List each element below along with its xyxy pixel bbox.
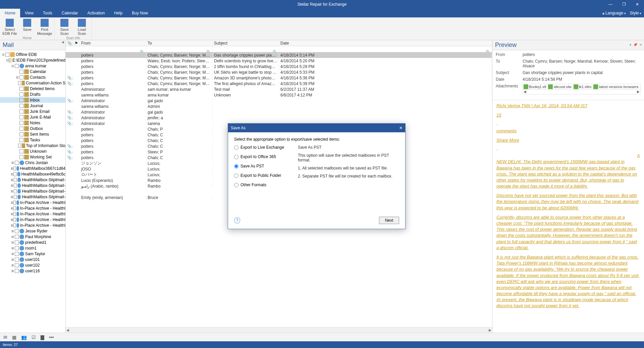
export-radio[interactable] <box>234 155 238 159</box>
tree-item[interactable]: Inbox <box>0 97 65 103</box>
attachment-item[interactable]: tk1.xltm <box>574 84 592 89</box>
tab-view[interactable]: View <box>20 9 38 17</box>
save-button[interactable]: Save <box>19 18 36 36</box>
grid-hscroll[interactable]: ◀▶ <box>66 327 492 333</box>
tree-item[interactable]: ⊞HealthMailbox-SitplmaiI- <box>0 183 65 188</box>
preview-pin-icon[interactable]: 📌 <box>633 43 637 47</box>
tree-item[interactable]: Junk Email <box>0 109 65 114</box>
tree-collapse-button[interactable]: ◀ <box>61 40 64 44</box>
tree-item[interactable]: ⊟anna kumar <box>0 63 65 69</box>
tree-item[interactable]: Tasks <box>0 137 65 143</box>
tab-help[interactable]: Help <box>110 9 127 17</box>
tree-item[interactable]: Top of Information Sto <box>0 143 65 148</box>
attachments-scrollbar[interactable]: ◀▶ <box>523 90 641 94</box>
tree-item[interactable]: ⊞room1 <box>0 245 65 251</box>
message-row[interactable]: Administratorsam kumar; anna kumarTest m… <box>66 86 492 92</box>
close-button[interactable]: ✕ <box>631 0 644 9</box>
filter-from-input[interactable] <box>81 45 145 49</box>
tree-item[interactable]: Working Set <box>0 154 65 160</box>
dialog-close-button[interactable]: ✕ <box>399 126 402 130</box>
message-row[interactable]: 📎Administratorjenifer; a <box>66 115 492 121</box>
tree-item[interactable]: Sent Items <box>0 131 65 137</box>
tree-item[interactable]: ⊞Chris Jordan <box>0 160 65 165</box>
tree-item[interactable]: Calendar <box>0 69 65 74</box>
preview-close-icon[interactable]: ✕ <box>639 43 642 47</box>
calendar-icon[interactable]: ▦ <box>12 335 16 340</box>
attachment-item[interactable]: latest versions browsers <box>593 84 638 89</box>
mailbox-tree[interactable]: ⊟Offline EDB⊟E:\EDB Files\2013\predefine… <box>0 50 65 333</box>
tree-item[interactable]: Notes <box>0 120 65 126</box>
next-button[interactable]: Next <box>379 217 399 224</box>
export-option-4[interactable]: Other Formats <box>234 183 288 187</box>
export-option-0[interactable]: Export to Live Exchange <box>234 145 288 150</box>
attachment-item[interactable]: Bookq1.xlt <box>524 84 546 89</box>
export-option-3[interactable]: Export to Public Folder <box>234 173 288 178</box>
tree-item[interactable]: ⊞In-Place Archive - HealthI <box>0 200 65 205</box>
tree-item[interactable]: ⊞HealthMailbox-SitplmaiI- <box>0 188 65 194</box>
tree-item[interactable]: ⊞HealthMailbox3667c1d64 <box>0 165 65 171</box>
message-row[interactable]: pottersChals; Cymru; Barsen; Norge; Mars… <box>66 52 492 58</box>
tree-item[interactable]: Drafts <box>0 91 65 97</box>
tab-home[interactable]: Home <box>0 9 20 17</box>
dialog-titlebar[interactable]: Save As ✕ <box>228 124 405 132</box>
message-row[interactable]: 📎Administratorgal gado <box>66 98 492 103</box>
export-option-1[interactable]: Export to Office 365 <box>234 154 288 159</box>
tree-item[interactable]: Outbox <box>0 126 65 131</box>
tree-item[interactable]: ⊞user102 <box>0 262 65 268</box>
notes-icon[interactable]: ▇ <box>41 335 44 340</box>
language-dropdown[interactable]: ▴ Language <box>602 11 626 15</box>
tasks-icon[interactable]: ☑ <box>32 335 36 340</box>
minimize-button[interactable]: — <box>604 0 617 9</box>
message-row[interactable]: pottersChals; Cymru; Barsen; Norge; Mars… <box>66 69 492 75</box>
tree-item[interactable]: ⊞In-Place Archive - HealthI <box>0 222 65 228</box>
tree-item[interactable]: ⊞In-Place Archive - HealthI <box>0 205 65 211</box>
preview-body[interactable]: Richi Verma,TNN | Apr 16, 2014, 03.54 AM… <box>492 100 644 333</box>
export-radio[interactable] <box>234 173 238 178</box>
tab-tools[interactable]: Tools <box>38 9 57 17</box>
tree-item[interactable]: ⊞Jesse Ryder <box>0 228 65 234</box>
message-row[interactable]: pottersChals; Cymru; Barsen; Norge; Mars… <box>66 64 492 69</box>
tree-item[interactable]: ⊞user116 <box>0 268 65 274</box>
attachment-item[interactable]: stkcost.xlw <box>548 84 571 89</box>
export-option-2[interactable]: Save As PST <box>234 164 288 168</box>
load-scan-button[interactable]: LoadScan <box>73 18 90 36</box>
col-flag[interactable]: ⚑ <box>73 41 80 46</box>
message-row[interactable]: sarena williamsAdmini <box>66 103 492 109</box>
tree-item[interactable]: ⊞Paul Morphine <box>0 234 65 239</box>
export-radio[interactable] <box>234 145 238 150</box>
message-row[interactable]: sarena williamsanna kumarUnknown6/6/2017… <box>66 92 492 98</box>
message-row[interactable]: 📎pottersChals; Cymru; Barsen; Norge; Mar… <box>66 81 492 86</box>
tree-item[interactable]: ⊞predefined1 <box>0 239 65 245</box>
message-row[interactable]: pottersWales; Eesti; Ison; Potters; Stee… <box>66 58 492 64</box>
tree-item[interactable]: ⊞HealthMailboxe49efbc6c <box>0 171 65 177</box>
export-radio[interactable] <box>234 164 238 168</box>
help-button[interactable]: ? <box>234 217 240 223</box>
tree-item[interactable]: ⊞HealthMailbox-SitplmaiI- <box>0 194 65 200</box>
tree-item[interactable]: ⊟E:\EDB Files\2013\predefined <box>0 57 65 63</box>
tab-buy-now[interactable]: Buy Now <box>127 9 153 17</box>
tree-item[interactable]: Unknown <box>0 148 65 154</box>
filter-subject-input[interactable] <box>214 45 277 49</box>
tree-item[interactable]: ⊟Offline EDB <box>0 52 65 57</box>
tab-calendar[interactable]: Calendar <box>57 9 83 17</box>
tree-item[interactable]: ⊞HealthMailbox-SitplmaiI- <box>0 177 65 183</box>
tab-activation[interactable]: Activation <box>83 9 110 17</box>
message-row[interactable]: 📎pottersChals; Cymru; Barsen; Norge; Mar… <box>66 75 492 81</box>
filter-date-input[interactable] <box>280 45 490 49</box>
save-scan-button[interactable]: SaveScan <box>56 18 73 36</box>
tree-item[interactable]: Junk E-Mail <box>0 114 65 120</box>
tree-item[interactable]: ⊞In-Place Archive - HealthI <box>0 217 65 222</box>
tree-item[interactable]: ⊞user101 <box>0 257 65 262</box>
tree-item[interactable]: Journal <box>0 103 65 109</box>
more-icon[interactable]: ••• <box>49 335 54 340</box>
export-radio[interactable] <box>234 183 238 187</box>
col-attachment[interactable]: 📎 <box>66 41 73 46</box>
maximize-button[interactable]: ❐ <box>617 0 631 9</box>
message-row[interactable]: 📎Administratorgal gado <box>66 109 492 115</box>
tree-item[interactable]: ⊞Sam Taylor <box>0 251 65 257</box>
tree-item[interactable]: ⊞In-Place Archive - HealthI <box>0 211 65 217</box>
tree-item[interactable]: Conversation Action S <box>0 80 65 86</box>
find-message-button[interactable]: FindMessage <box>36 18 53 36</box>
contacts-icon[interactable]: 👥 <box>21 335 27 340</box>
filter-to-input[interactable] <box>148 45 211 49</box>
